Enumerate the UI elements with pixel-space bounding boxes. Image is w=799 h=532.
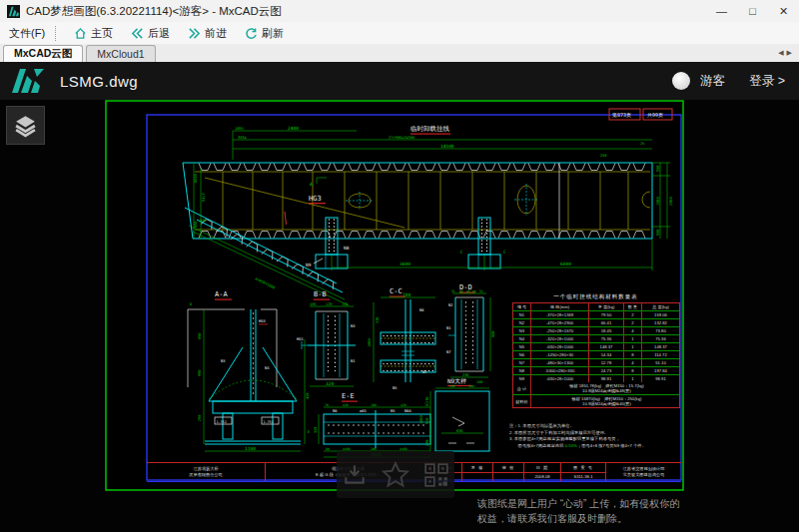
material-table-title: 一个临时挂线结构材料数量表	[512, 293, 679, 300]
qrcode-icon[interactable]	[423, 462, 449, 488]
svg-text:125: 125	[342, 302, 349, 306]
home-button[interactable]: 主页	[65, 22, 122, 44]
home-icon	[74, 27, 87, 40]
favorite-star-icon[interactable]	[381, 460, 410, 490]
maximize-button[interactable]: □	[737, 0, 768, 22]
svg-text:700: 700	[402, 292, 410, 297]
slope-dim: 4×950=3800	[255, 276, 276, 289]
refresh-icon	[245, 27, 258, 40]
svg-text:735: 735	[376, 317, 380, 324]
notice-line-2: 权益，请联系我们客服及时删除。	[477, 511, 695, 526]
svg-text:190: 190	[468, 384, 474, 388]
tab-scroll-arrows[interactable]: ◀▶	[778, 49, 795, 57]
svg-text:B-B: B-B	[314, 290, 327, 298]
forward-button[interactable]: 前进	[179, 22, 236, 44]
svg-text:420: 420	[306, 393, 310, 400]
svg-text:E: E	[308, 430, 310, 434]
svg-text:1695: 1695	[235, 127, 244, 131]
svg-text:250: 250	[600, 154, 607, 158]
back-label: 后退	[148, 26, 170, 41]
svg-text:230: 230	[462, 373, 469, 377]
note-highlight: 0.55%	[565, 443, 577, 448]
mxcad-logo-icon	[10, 67, 52, 95]
svg-text:100: 100	[476, 380, 483, 384]
section-e-e: E-E N6 ø65 N5 N6A 70 420 180 420 70 80 4…	[314, 392, 430, 457]
svg-text:1.752: 1.752	[217, 420, 227, 424]
svg-text:4×88: 4×88	[400, 447, 407, 451]
svg-text:N4: N4	[265, 365, 270, 370]
tab-scroll-right-icon[interactable]: ▶	[787, 49, 795, 56]
tab-mxcad-cloud[interactable]: MxCAD云图	[3, 45, 83, 62]
forward-label: 前进	[205, 26, 227, 41]
user-label[interactable]: 游客	[700, 73, 725, 90]
svg-text:N1: N1	[446, 325, 451, 330]
refresh-button[interactable]: 刷新	[236, 22, 293, 44]
label-hg3: HG3	[309, 195, 322, 203]
note-line: 图号按4×7周边规定先切 0.55%；图号4×8 按7号页N9 做4×7 个件。	[509, 443, 683, 450]
svg-text:190: 190	[449, 384, 455, 388]
file-menu[interactable]: 文件(F)	[0, 26, 55, 41]
drawing-notes: 注：1. 本图尺寸均以毫米为单位。 2. 本图所示尺寸于下料加工时均须复核后方可…	[509, 423, 683, 450]
login-link[interactable]: 登录 >	[749, 73, 785, 90]
svg-text:N7: N7	[422, 369, 427, 374]
document-header: LSMG.dwg 游客 登录 >	[0, 62, 799, 100]
note-line: 注：1. 本图尺寸均以毫米为单位。	[509, 423, 683, 430]
avatar[interactable]	[672, 72, 690, 90]
app-logo-icon	[7, 5, 20, 18]
back-button[interactable]: 后退	[122, 22, 179, 44]
svg-text:E-E: E-E	[342, 392, 355, 400]
material-table-body: 编 号规 格(mm)单 重(kg)数 量总 重(kg)N1-370×28×136…	[513, 303, 680, 383]
svg-text:950: 950	[198, 370, 202, 377]
title-block-field-drawing-no: 图 案 号S311-38-1	[560, 463, 605, 481]
svg-text:900: 900	[491, 331, 495, 338]
svg-text:N5: N5	[391, 408, 396, 413]
minimize-button[interactable]: —	[706, 0, 737, 22]
svg-text:650: 650	[198, 333, 202, 340]
title-block-institute: 江苏省交通规划设计院北京双戈图捷咨询公司	[605, 463, 681, 481]
page-tags: 第873页 共99页	[609, 109, 672, 120]
tabbar: MxCAD云图 MxCloud1 ◀▶	[0, 44, 799, 62]
svg-text:120: 120	[326, 302, 333, 306]
home-label: 主页	[91, 26, 113, 41]
svg-text:630: 630	[456, 429, 463, 433]
svg-text:70: 70	[325, 403, 329, 407]
svg-text:3600: 3600	[400, 262, 410, 266]
svg-text:500: 500	[656, 166, 660, 173]
overlay-toolbar	[337, 451, 454, 498]
label-n8: N8	[344, 246, 350, 251]
copyright-notice: 该图纸是网上用户 “心动” 上传，如有侵权你的 权益，请联系我们客服及时删除。	[477, 496, 695, 526]
svg-text:6000: 6000	[560, 262, 571, 266]
download-icon[interactable]	[342, 462, 368, 488]
label-n9: N9	[306, 263, 312, 267]
table-row: N8-5300×280×33024.738197.84	[513, 367, 680, 375]
refresh-label: 刷新	[262, 26, 284, 41]
note-line: 3. 本图参照4×7周边规定实测调整配切量复核下料各号页，	[509, 436, 683, 443]
svg-text:N6: N6	[333, 408, 338, 413]
layers-button[interactable]	[6, 106, 45, 145]
svg-text:6638: 6638	[194, 174, 198, 183]
marker-c-right: C	[503, 250, 506, 255]
svg-text:500: 500	[656, 230, 660, 237]
table-row: N5-630×28×1000148.371148.37	[513, 343, 680, 351]
svg-text:200: 200	[371, 447, 377, 451]
cad-canvas[interactable]: 第873页 共99页 临时卸载挂线	[0, 100, 799, 532]
svg-text:1060: 1060	[419, 415, 423, 424]
forward-icon	[188, 27, 201, 40]
tab-mxcloud1[interactable]: MxCloud1	[86, 45, 155, 62]
drawing-sheet[interactable]: 第873页 共99页 临时卸载挂线	[105, 100, 684, 491]
svg-text:N5: N5	[393, 385, 398, 390]
svg-text:55: 55	[479, 289, 483, 293]
close-button[interactable]: ✕	[768, 0, 799, 22]
section-b-b: B-B N3 N1 HG1 105 120 125 320	[297, 290, 356, 386]
svg-text:80: 80	[326, 447, 330, 451]
table-row: N9-630×28×100098.91198.91	[513, 375, 680, 383]
drawing-title: 临时卸载挂线	[410, 125, 450, 133]
svg-text:N3: N3	[351, 323, 356, 328]
beam-castellations	[199, 164, 645, 289]
filename-label: LSMG.dwg	[60, 73, 138, 90]
beam-dimensions: 1695 2400 3034 27×900=24300 14500 -2% 25…	[194, 126, 673, 271]
tab-scroll-left-icon[interactable]: ◀	[778, 49, 786, 56]
svg-text:5417: 5417	[202, 193, 206, 202]
svg-text:856: 856	[194, 222, 198, 229]
svg-text:1000: 1000	[368, 338, 372, 347]
